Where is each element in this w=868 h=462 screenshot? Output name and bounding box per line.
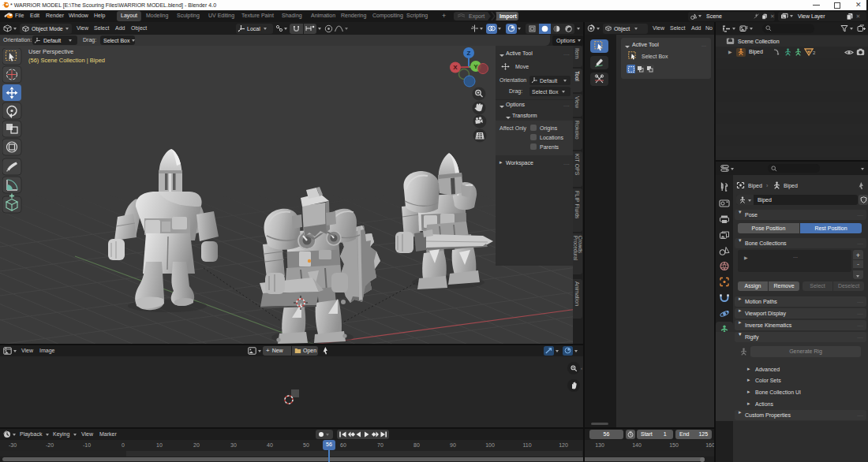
svg-text:(56) Scene Collection | Biped: (56) Scene Collection | Biped [28,57,105,64]
svg-text:User Perspective: User Perspective [28,48,73,55]
svg-text:Z: Z [467,50,471,57]
svg-text:X: X [453,64,458,71]
